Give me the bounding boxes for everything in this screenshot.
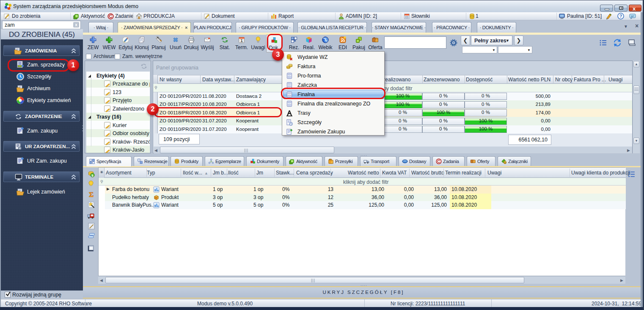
svg-text:1: 1 [241, 39, 243, 43]
svg-text:@: @ [504, 161, 506, 164]
svg-text:Σ: Σ [89, 191, 94, 198]
svg-text:?: ? [619, 14, 622, 19]
svg-text:$: $ [91, 174, 94, 177]
